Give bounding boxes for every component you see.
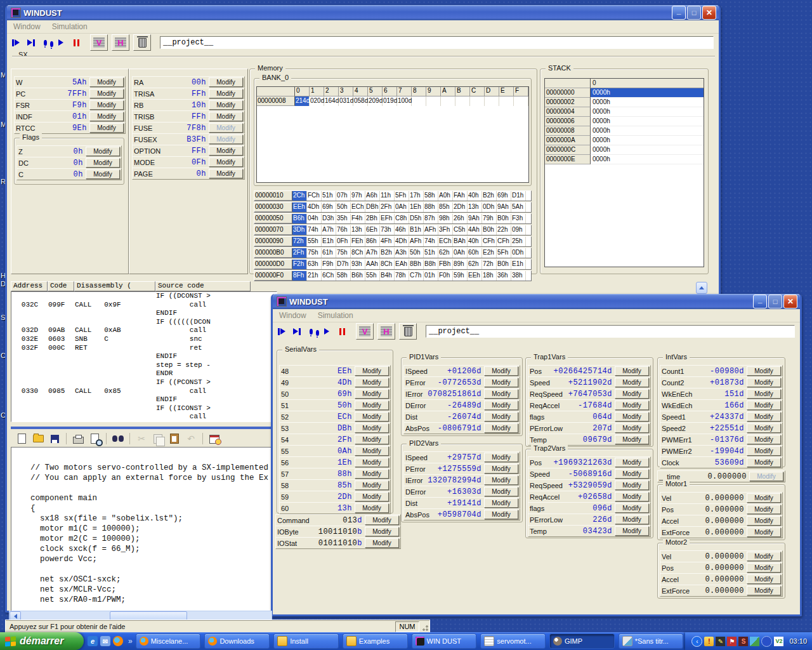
memory-cell[interactable]: AFh: [424, 225, 438, 235]
project-field[interactable]: __project__: [160, 36, 714, 49]
memory-cell[interactable]: E1h: [511, 260, 526, 269]
memory-cell[interactable]: C8h: [395, 214, 409, 223]
memory-cell[interactable]: 019d: [383, 96, 397, 106]
memory-cell[interactable]: AFh: [409, 237, 424, 246]
close-button[interactable]: [783, 295, 797, 308]
memory-cell[interactable]: CFh: [482, 237, 497, 246]
memory-cell[interactable]: 55h: [307, 237, 322, 246]
tray-icon[interactable]: [750, 637, 759, 646]
memory-cell[interactable]: 058d: [353, 96, 368, 106]
memory-cell[interactable]: 13h: [468, 202, 482, 212]
memory-cell[interactable]: 50h: [336, 202, 351, 212]
disassembly-column-header[interactable]: Disassembly (: [74, 281, 155, 291]
menu-item[interactable]: Window: [279, 311, 306, 320]
modify-button[interactable]: Modify: [615, 366, 649, 376]
maximize-button[interactable]: [768, 295, 782, 308]
memory-cell[interactable]: 18h: [482, 271, 497, 281]
modify-button[interactable]: Modify: [615, 378, 649, 387]
memory-cell[interactable]: [485, 96, 499, 106]
memory-cell-selected[interactable]: 8Fh: [292, 271, 307, 281]
quicklaunch-overflow-chevron[interactable]: »: [128, 637, 133, 646]
memory-cell[interactable]: F9h: [322, 260, 336, 269]
modify-button[interactable]: Modify: [747, 574, 781, 584]
modify-button[interactable]: Modify: [747, 527, 781, 537]
print-preview-icon[interactable]: [88, 432, 102, 446]
memory-cell[interactable]: 8Ch: [351, 248, 365, 258]
taskbar-task-button[interactable]: *Sans titr...: [619, 633, 684, 649]
title-bar[interactable]: WINDUST: [273, 294, 800, 309]
memory-cell[interactable]: 11h: [380, 191, 395, 201]
tray-icon[interactable]: ‹: [691, 636, 702, 647]
modify-button[interactable]: Modify: [615, 503, 649, 513]
memory-cell[interactable]: A7h: [365, 248, 380, 258]
memory-cell[interactable]: 86h: [365, 237, 380, 246]
memory-cell-selected[interactable]: 72h: [292, 237, 307, 246]
modify-button[interactable]: Modify: [484, 378, 518, 387]
tray-icon[interactable]: ⚑: [727, 637, 737, 646]
memory-cell[interactable]: 69h: [497, 191, 511, 201]
memory-cell[interactable]: 62h: [438, 248, 453, 258]
memory-cell[interactable]: 1Eh: [409, 202, 424, 212]
vertical-tile-button[interactable]: V: [90, 34, 108, 51]
memory-cell[interactable]: 75h: [307, 248, 322, 258]
modify-button[interactable]: Modify: [86, 158, 120, 168]
pause-button[interactable]: [74, 36, 85, 50]
memory-cell[interactable]: B0h: [497, 214, 511, 223]
disassembly-row[interactable]: ENDIF: [11, 309, 277, 318]
modify-button[interactable]: Modify: [355, 401, 389, 410]
memory-cell[interactable]: A7h: [322, 225, 336, 235]
modify-button[interactable]: Modify: [747, 435, 781, 444]
memory-cell[interactable]: 58h: [424, 191, 438, 201]
memory-cell[interactable]: 51h: [322, 191, 336, 201]
memory-cell[interactable]: 35h: [336, 214, 351, 223]
memory-cell[interactable]: 85h: [438, 202, 453, 212]
modify-button[interactable]: Modify: [355, 503, 389, 513]
modify-button[interactable]: Modify: [484, 487, 518, 496]
memory-cell[interactable]: 9Ah: [497, 202, 511, 212]
memory-cell[interactable]: 74h: [424, 237, 438, 246]
memory-cell[interactable]: 75h: [336, 248, 351, 258]
memory-cell[interactable]: 26h: [453, 214, 468, 223]
stack-value[interactable]: 0000h: [591, 145, 704, 155]
animate-button[interactable]: [43, 36, 55, 50]
save-icon[interactable]: [48, 432, 62, 446]
modify-button[interactable]: Modify: [747, 389, 781, 399]
memory-cell[interactable]: ECh: [438, 237, 453, 246]
modify-button[interactable]: Modify: [209, 135, 243, 144]
step-over-button[interactable]: [27, 36, 39, 50]
memory-cell[interactable]: 0Ah: [395, 202, 409, 212]
run-to-breakpoint-button[interactable]: [278, 324, 289, 338]
modify-button[interactable]: Modify: [365, 538, 399, 548]
memory-cell[interactable]: [470, 96, 485, 106]
tray-icon[interactable]: !: [704, 637, 714, 646]
modify-button[interactable]: Modify: [484, 389, 518, 399]
modify-button[interactable]: Modify: [484, 498, 518, 508]
memory-cell[interactable]: FCh: [307, 191, 322, 201]
horizontal-tile-button[interactable]: H: [112, 34, 129, 51]
print-icon[interactable]: [71, 432, 85, 446]
horizontal-tile-button[interactable]: H: [377, 323, 395, 340]
modify-button[interactable]: Modify: [484, 464, 518, 474]
memory-cell[interactable]: B6h: [351, 271, 365, 281]
disassembly-row[interactable]: IF ((((((DCON: [11, 318, 277, 327]
modify-button[interactable]: Modify: [209, 77, 243, 87]
memory-cell[interactable]: D7h: [336, 260, 351, 269]
memory-cell[interactable]: 69h: [322, 202, 336, 212]
memory-cell[interactable]: B8h: [424, 260, 438, 269]
memory-cell[interactable]: 76h: [336, 225, 351, 235]
memory-cell[interactable]: 50h: [409, 248, 424, 258]
memory-cell[interactable]: 4Dh: [395, 237, 409, 246]
memory-cell[interactable]: EFh: [380, 214, 395, 223]
memory-cell[interactable]: F4h: [351, 214, 365, 223]
memory-cell[interactable]: A3h: [395, 248, 409, 258]
disassembly-column-header[interactable]: Source code: [155, 281, 251, 291]
minimize-button[interactable]: [672, 6, 686, 20]
stack-value[interactable]: 0000h: [591, 117, 704, 126]
modify-button[interactable]: Modify: [355, 378, 389, 387]
title-bar[interactable]: WINDUST: [7, 5, 719, 20]
taskbar-task-button[interactable]: Install: [273, 633, 339, 649]
memory-cell[interactable]: B0h: [497, 260, 511, 269]
tray-icon[interactable]: ✎: [716, 637, 725, 646]
disassembly-row[interactable]: ENDIF: [11, 352, 277, 361]
memory-cell[interactable]: FBh: [438, 260, 453, 269]
